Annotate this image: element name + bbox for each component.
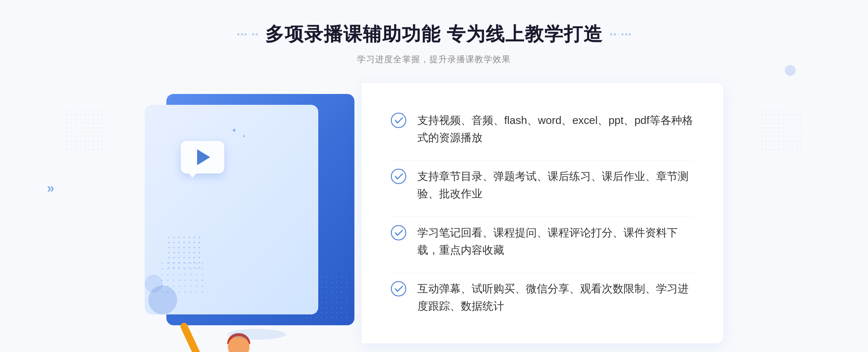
check-circle-icon-3 [391, 225, 407, 241]
feature-item-1: 支持视频、音频、flash、word、excel、ppt、pdf等各种格式的资源… [391, 104, 694, 154]
figure-area [188, 148, 289, 336]
page-container: » 多项录播课辅助功能 专为线上教学打造 学习进度全掌握，提升录播课教学效果 [0, 0, 868, 352]
illustration-area: « ✦ ✦ [145, 83, 369, 343]
feature-item-3: 学习笔记回看、课程提问、课程评论打分、课件资料下载，重点内容收藏 [391, 216, 694, 266]
feature-text-2: 支持章节目录、弹题考试、课后练习、课后作业、章节测验、批改作业 [417, 168, 694, 202]
svg-point-3 [391, 282, 406, 296]
feature-text-4: 互动弹幕、试听购买、微信分享、观看次数限制、学习进度跟踪、数据统计 [417, 280, 694, 315]
title-decorator-left [237, 33, 258, 35]
dot-pattern-right [760, 108, 803, 152]
svg-point-1 [391, 169, 406, 184]
svg-point-2 [391, 226, 406, 240]
feature-item-2: 支持章节目录、弹题考试、课后练习、课后作业、章节测验、批改作业 [391, 160, 694, 210]
chevron-left-decoration: » [47, 181, 54, 196]
feature-text-3: 学习笔记回看、课程提问、课程评论打分、课件资料下载，重点内容收藏 [417, 224, 694, 259]
sparkle-1: ✦ [231, 126, 237, 134]
header-section: 多项录播课辅助功能 专为线上教学打造 学习进度全掌握，提升录播课教学效果 [237, 22, 631, 65]
main-title: 多项录播课辅助功能 专为线上教学打造 [265, 22, 603, 47]
sparkle-2: ✦ [242, 134, 246, 139]
check-circle-icon-1 [391, 112, 407, 128]
content-area: « ✦ ✦ [145, 83, 723, 343]
small-circle-decoration [785, 65, 796, 76]
blue-circle-deco-2 [145, 275, 163, 293]
title-decorator-right [610, 33, 631, 35]
check-circle-icon-2 [391, 168, 407, 184]
feature-item-4: 互动弹幕、试听购买、微信分享、观看次数限制、学习进度跟踪、数据统计 [391, 272, 694, 322]
header-title-row: 多项录播课辅助功能 专为线上教学打造 [237, 22, 631, 47]
svg-point-0 [391, 113, 406, 128]
check-circle-icon-4 [391, 281, 407, 297]
features-area: 支持视频、音频、flash、word、excel、ppt、pdf等各种格式的资源… [362, 83, 723, 343]
feature-text-1: 支持视频、音频、flash、word、excel、ppt、pdf等各种格式的资源… [417, 112, 694, 146]
person-arm-right [179, 322, 209, 352]
dot-pattern-left [65, 108, 109, 152]
sub-title: 学习进度全掌握，提升录播课教学效果 [237, 53, 631, 65]
person-shadow [228, 329, 286, 340]
